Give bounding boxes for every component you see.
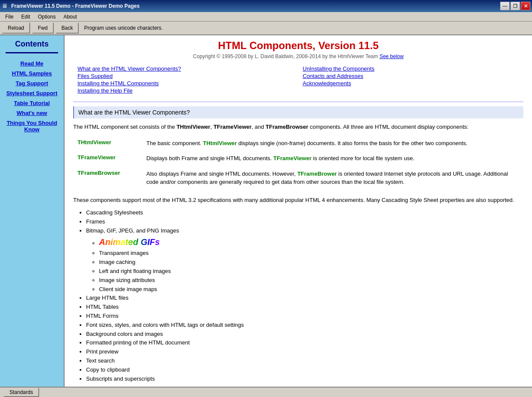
sidebar-item-table-tutorial[interactable]: Table Tutorial [2, 98, 62, 108]
sidebar-title: Contents [2, 40, 62, 49]
page-title: HTML Components, Version 11.5 [73, 40, 523, 52]
components-table: THtmlViewer The basic component. THtmlVi… [73, 136, 523, 190]
comp-desc-1: The basic component. THtmlViewer display… [142, 136, 523, 151]
app-icon: 🖥 [2, 3, 9, 9]
component-row-2: TFrameViewer Displays both Frame and sin… [73, 151, 523, 166]
menu-file[interactable]: File [2, 12, 17, 21]
toolbar: Reload Fwd Back Program uses unicode cha… [0, 22, 532, 35]
menu-about[interactable]: About [60, 12, 80, 21]
list-item-cascading: Cascading Stylesheets [86, 208, 523, 217]
content-area[interactable]: HTML Components, Version 11.5 Copyright … [65, 35, 532, 387]
list-item-floating: Left and right floating images [99, 267, 523, 276]
menu-edit[interactable]: Edit [18, 12, 34, 21]
list-item-forms: HTML Forms [86, 312, 523, 321]
back-button[interactable]: Back [56, 22, 79, 34]
comp-name-2: TFrameViewer [73, 151, 142, 166]
list-item-backgrounds: Background colors and images [86, 330, 523, 339]
title-bar: 🖥 FrameViewer 11.5 Demo - FrameViewer De… [0, 0, 532, 12]
window-title: FrameViewer 11.5 Demo - FrameViewer Demo… [11, 3, 139, 9]
section-heading: What are the HTML Viewer Components? [73, 106, 523, 118]
nav-acknowledgements[interactable]: Acknowledgements [303, 80, 351, 87]
support-text: These components support most of the HTM… [73, 196, 523, 205]
component-row-1: THtmlViewer The basic component. THtmlVi… [73, 136, 523, 151]
menu-bar: File Edit Options About [0, 12, 532, 22]
nav-what-are[interactable]: What are the HTML Viewer Components? [77, 65, 181, 72]
component-row-3: TFrameBrowser Also displays Frame and si… [73, 166, 523, 190]
close-button[interactable]: ✕ [521, 2, 530, 10]
nav-contacts[interactable]: Contacts and Addresses [303, 73, 363, 79]
list-item-sizing: Image sizing attributes [99, 276, 523, 285]
list-item-tables: HTML Tables [86, 303, 523, 312]
sub-list-images: Animated GIFs Transparent images Image c… [99, 235, 523, 294]
comp-desc-2: Displays both Frame and single HTML docu… [142, 151, 523, 166]
sidebar-item-readme[interactable]: Read Me [2, 59, 62, 68]
list-item-images: Bitmap, GIF, JPEG, and PNG Images Animat… [86, 226, 523, 294]
nav-table: What are the HTML Viewer Components? Fil… [73, 65, 523, 96]
reload-button[interactable]: Reload [2, 22, 30, 34]
nav-uninstalling[interactable]: UnInstalling the Components [303, 65, 374, 72]
list-item-subscripts: Subscripts and superscripts [86, 375, 523, 384]
page-copyright: Copyright © 1995-2008 by L. David Baldwi… [73, 53, 523, 59]
sidebar-item-things-you-should-know[interactable]: Things You Should Know [2, 118, 62, 134]
title-bar-buttons: — ❐ ✕ [500, 2, 530, 10]
copyright-text: Copyright © 1995-2008 by L. David Baldwi… [193, 53, 378, 59]
comp-name-3: TFrameBrowser [73, 166, 142, 190]
minimize-button[interactable]: — [500, 2, 510, 10]
nav-installing-help[interactable]: Installing the Help File [77, 87, 133, 94]
list-item-imagemaps: Client side image maps [99, 285, 523, 294]
list-item-frames: Frames [86, 217, 523, 226]
main-container: Contents Read Me HTML Samples Tag Suppor… [0, 35, 532, 387]
nav-files-supplied[interactable]: Files Supplied [77, 73, 113, 79]
sidebar-item-whats-new[interactable]: What's new [2, 108, 62, 118]
comp-name-1: THtmlViewer [73, 136, 142, 151]
standards-tab[interactable]: Standards [3, 388, 39, 397]
list-item-large-html: Large HTML files [86, 294, 523, 303]
see-below-link[interactable]: See below [380, 53, 404, 59]
features-list: Cascading Stylesheets Frames Bitmap, GIF… [86, 208, 523, 383]
fwd-button[interactable]: Fwd [32, 22, 54, 34]
sidebar-item-stylesheet-support[interactable]: Stylesheet Support [2, 88, 62, 98]
title-bar-left: 🖥 FrameViewer 11.5 Demo - FrameViewer De… [2, 3, 139, 9]
list-item-caching: Image caching [99, 258, 523, 267]
list-item-clipboard: Copy to clipboard [86, 366, 523, 375]
list-item-animated-gif: Animated GIFs [99, 235, 523, 249]
toolbar-status: Program uses unicode characters. [84, 25, 163, 31]
list-item-printing: Formatted printing of the HTML document [86, 338, 523, 347]
menu-options[interactable]: Options [34, 12, 59, 21]
content-divider [73, 102, 523, 102]
status-bar: Standards [0, 387, 532, 397]
sidebar-divider [6, 52, 58, 53]
list-item-transparent: Transparent images [99, 249, 523, 258]
comp-desc-3: Also displays Frame and single HTML docu… [142, 166, 523, 190]
sidebar-item-tag-support[interactable]: Tag Support [2, 78, 62, 88]
list-item-text-search: Text search [86, 357, 523, 366]
nav-installing-html[interactable]: Installing the HTML Components [77, 80, 159, 87]
intro-text: The HTML component set consists of the T… [73, 123, 523, 131]
list-item-print-preview: Print preview [86, 347, 523, 357]
list-item-fonts: Font sizes, styles, and colors with HTML… [86, 321, 523, 330]
sidebar-item-html-samples[interactable]: HTML Samples [2, 68, 62, 78]
restore-button[interactable]: ❐ [510, 2, 520, 10]
animated-gif-text: Animated GIFs [99, 235, 160, 249]
sidebar: Contents Read Me HTML Samples Tag Suppor… [0, 35, 65, 387]
